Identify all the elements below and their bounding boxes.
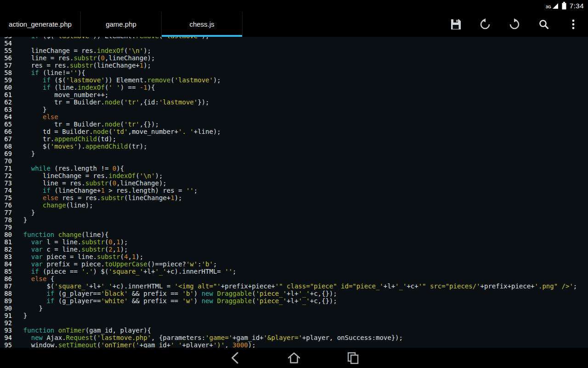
line-number: 83 (0, 253, 16, 260)
code-text: } (16, 312, 27, 319)
code-text: move_number++; (16, 91, 108, 98)
overflow-menu-icon (567, 18, 580, 31)
code-line: 92 (0, 319, 588, 327)
network-indicator: 3G (546, 3, 559, 9)
code-text: line = res.substr(0,lineChange); (16, 179, 167, 187)
line-number: 56 (0, 54, 16, 62)
line-number: 82 (0, 246, 16, 253)
code-line: 86 else { (0, 275, 588, 282)
line-number: 77 (0, 209, 16, 216)
search-icon (537, 18, 550, 31)
code-line: 71 while (res.length != 0){ (0, 165, 588, 172)
code-line: 81 var l = line.substr(0,1); (0, 238, 588, 246)
back-icon (228, 351, 242, 365)
line-number: 55 (0, 47, 16, 54)
line-number: 57 (0, 62, 16, 69)
tab-chess-js[interactable]: chess.js (162, 12, 243, 37)
code-text: if ($('lastmove')) Element.remove('lastm… (16, 37, 209, 40)
code-text: } (16, 106, 46, 113)
clock: 7:34 (570, 2, 584, 10)
code-line: 70 (0, 157, 588, 165)
line-number: 79 (0, 224, 16, 231)
code-line: 65 tr = Builder.node('tr',{}); (0, 121, 588, 128)
home-icon (287, 351, 301, 365)
code-text: } (16, 305, 43, 312)
code-text: window.setTimeout('onTimer('+gam_id+' '+… (16, 341, 256, 348)
line-number: 85 (0, 268, 16, 275)
line-number: 66 (0, 128, 16, 135)
line-number: 87 (0, 282, 16, 290)
code-text: if (line.indexOf(' ') == -1){ (16, 84, 155, 91)
code-text: else { (16, 275, 54, 282)
tab-label: game.php (106, 20, 136, 28)
code-text: $('moves').appendChild(tr); (16, 143, 147, 150)
search-button[interactable] (529, 12, 559, 37)
code-text: line = res.substr(0,lineChange); (16, 54, 155, 62)
line-number: 61 (0, 91, 16, 98)
recents-button[interactable] (342, 349, 364, 367)
code-line: 75 else res = res.substr(lineChange+1); (0, 194, 588, 201)
code-text: while (res.length != 0){ (16, 165, 124, 172)
undo-button[interactable] (470, 12, 500, 37)
line-number: 84 (0, 260, 16, 268)
tab-game-php[interactable]: game.php (81, 12, 162, 37)
code-text: if (line!=''){ (16, 69, 85, 76)
line-number: 92 (0, 319, 16, 327)
save-button[interactable] (441, 12, 470, 37)
code-line: 61 move_number++; (0, 91, 588, 98)
code-text: lineChange = res.indexOf('\n'); (16, 172, 163, 179)
line-number: 89 (0, 297, 16, 305)
code-line: 88 if (g_player=='black' && prefix == 'b… (0, 290, 588, 297)
code-text: var prefix = piece.toUpperCase()==piece?… (16, 260, 217, 268)
code-line: 83 var piece = line.substr(4,1); (0, 253, 588, 260)
code-text: new Ajax.Request('lastmove.php', {parame… (16, 334, 403, 341)
code-text: else res = res.substr(lineChange+1); (16, 194, 182, 201)
code-text: function change(line){ (16, 231, 108, 238)
code-line: 67 tr.appendChild(td); (0, 135, 588, 143)
line-number: 73 (0, 179, 16, 187)
navigation-bar (0, 348, 588, 368)
line-number: 65 (0, 121, 16, 128)
line-number: 76 (0, 201, 16, 209)
code-text: td = Builder.node('td',move_number+'. '+… (16, 128, 221, 135)
code-line: 72 lineChange = res.indexOf('\n'); (0, 172, 588, 179)
line-number: 59 (0, 76, 16, 84)
code-text: res = res.substr(lineChange+1); (16, 62, 151, 69)
code-line: 85 if (piece == '.') $('square_'+l+'_'+c… (0, 268, 588, 275)
code-line: 90 } (0, 305, 588, 312)
code-line: 69 } (0, 150, 588, 157)
code-text: } (16, 150, 35, 157)
redo-button[interactable] (500, 12, 529, 37)
line-number: 71 (0, 165, 16, 172)
line-number: 54 (0, 40, 16, 47)
code-editor[interactable]: 53 if ($('lastmove')) Element.remove('la… (0, 37, 588, 348)
overflow-menu-button[interactable] (559, 12, 588, 37)
line-number: 72 (0, 172, 16, 179)
code-line: 77 } (0, 209, 588, 216)
tab-bar: action_generate.php game.php chess.js (0, 12, 243, 37)
code-text: if (piece == '.') $('square_'+l+'_'+c).i… (16, 268, 237, 275)
recents-icon (346, 351, 360, 365)
code-text: tr.appendChild(td); (16, 135, 116, 143)
line-number: 60 (0, 84, 16, 91)
code-line: 89 if (g_player=='white' && prefix == 'w… (0, 297, 588, 305)
code-line: 54 (0, 40, 588, 47)
line-number: 95 (0, 341, 16, 348)
code-line: 63 } (0, 106, 588, 113)
code-text: if (g_player=='white' && prefix == 'w') … (16, 297, 337, 305)
line-number: 70 (0, 157, 16, 165)
save-icon (449, 17, 463, 31)
line-number: 75 (0, 194, 16, 201)
code-text: } (16, 216, 27, 224)
code-line: 76 change(line); (0, 201, 588, 209)
redo-icon (508, 18, 521, 31)
home-button[interactable] (283, 349, 305, 367)
code-text: $('square_'+l+'_'+c).innerHTML = '<img a… (16, 282, 577, 290)
tab-action-generate-php[interactable]: action_generate.php (0, 12, 81, 37)
back-button[interactable] (224, 349, 246, 367)
action-bar-icons (441, 12, 588, 37)
code-text: function onTimer(gam_id, player){ (16, 327, 151, 334)
action-bar: action_generate.php game.php chess.js (0, 12, 588, 37)
line-number: 93 (0, 327, 16, 334)
android-screen: 3G 7:34 action_generate.php game.php che… (0, 0, 588, 368)
